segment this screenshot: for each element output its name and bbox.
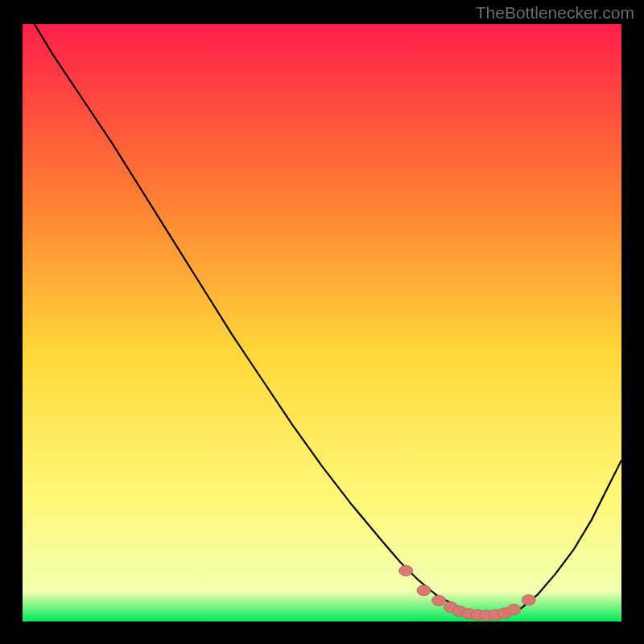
chart-frame: TheBottlenecker.com (0, 0, 644, 644)
highlight-dot (399, 565, 413, 576)
highlight-dot (522, 595, 535, 605)
plot-area (23, 24, 621, 621)
gradient-background (23, 24, 621, 621)
highlight-dot (507, 605, 521, 615)
bottleneck-chart (23, 24, 621, 621)
watermark-text: TheBottlenecker.com (476, 3, 634, 23)
highlight-dot (432, 596, 446, 606)
highlight-dot (417, 585, 431, 596)
